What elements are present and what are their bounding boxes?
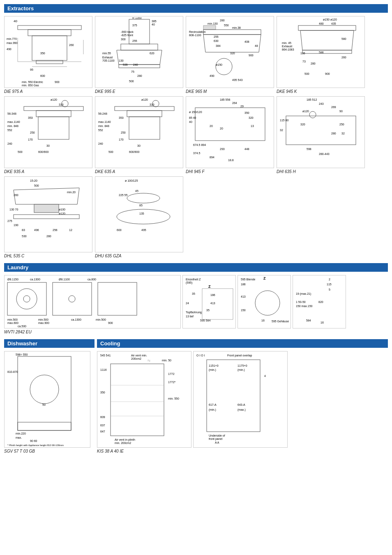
svg-text:Einzelheit Z: Einzelheit Z — [186, 278, 201, 281]
diagram-dhl535c: 15-20 500 260 min.20 130 70 ø100 ø120 27… — [4, 176, 92, 258]
svg-rect-64 — [298, 25, 356, 30]
svg-text:500: 500 — [34, 184, 39, 187]
svg-text:max.990: max.990 — [7, 42, 18, 44]
svg-rect-99 — [129, 117, 160, 139]
svg-text:448: 448 — [244, 148, 249, 150]
svg-text:max.600: max.600 — [7, 321, 18, 324]
svg-marker-21 — [117, 50, 162, 65]
svg-rect-176 — [7, 282, 46, 315]
svg-text:Plinth height with Appliance h: Plinth height with Appliance height 870 … — [7, 446, 63, 447]
svg-text:Z: Z — [263, 276, 266, 280]
svg-text:ø120: ø120 — [51, 98, 57, 101]
svg-marker-50 — [203, 35, 261, 52]
svg-rect-2 — [28, 30, 71, 36]
svg-text:580: 580 — [341, 37, 346, 40]
svg-text:320: 320 — [249, 116, 254, 119]
diagram-laundry-install: Einzelheit Z (595) 35 24 Topfbohrung 13 … — [182, 275, 236, 328]
page: Extractors 40 min.770 max.9 — [0, 0, 392, 458]
dhi635h-label: DHI 635 H — [277, 169, 296, 174]
svg-marker-65 — [300, 30, 354, 50]
dke965m-label: DKE 965 M — [186, 89, 207, 94]
svg-text:552: 552 — [98, 129, 103, 132]
svg-text:Ø8.1100: Ø8.1100 — [59, 278, 70, 281]
svg-text:(595): (595) — [186, 281, 192, 284]
svg-text:ø100: ø100 — [59, 208, 65, 211]
svg-text:1116: 1116 — [100, 368, 107, 371]
svg-rect-4 — [36, 60, 63, 64]
svg-text:820: 820 — [318, 301, 323, 303]
svg-text:280-443: 280-443 — [319, 153, 330, 155]
svg-text:598=  550: 598= 550 — [16, 353, 28, 356]
svg-text:490: 490 — [210, 74, 214, 77]
svg-text:Topfbohrung: Topfbohrung — [186, 311, 202, 314]
extractors-header: Extractors — [4, 4, 388, 13]
svg-text:310: 310 — [150, 103, 154, 106]
svg-text:5: 5 — [329, 288, 330, 291]
svg-text:O I  O I: O I O I — [196, 354, 205, 357]
svg-text:min. 650 Gas: min. 650 Gas — [22, 84, 39, 87]
svg-rect-150 — [34, 204, 59, 213]
svg-text:240: 240 — [133, 63, 138, 66]
svg-text:264: 264 — [232, 102, 237, 104]
cooling-col: Cooling 545 541 Air vent min. 200cm2 ↑↓ … — [97, 339, 388, 453]
svg-text:1 50-50: 1 50-50 — [296, 301, 306, 303]
svg-text:Exhaust: Exhaust — [102, 56, 113, 59]
svg-text:48: 48 — [255, 44, 258, 47]
svg-text:130: 130 — [119, 59, 124, 62]
svg-rect-115 — [195, 108, 265, 141]
svg-text:545 541: 545 541 — [100, 354, 111, 357]
svg-rect-43 — [203, 25, 216, 30]
svg-text:225 55: 225 55 — [119, 194, 128, 197]
kis38a40ie-label: KIS 38 A 40 IE — [97, 449, 124, 453]
svg-text:85: 85 — [139, 204, 143, 207]
svg-text:Recirculation: Recirculation — [189, 30, 206, 33]
diagram-laundry-z-circle: 595 Blende 186 413 150 16 595 Gehäuse Z — [238, 275, 291, 328]
dke635a-label: DKE 635 A — [95, 169, 115, 174]
svg-text:Ø8.1150: Ø8.1150 — [7, 278, 18, 281]
svg-text:56-248: 56-248 — [98, 112, 107, 115]
wvti2842eu-svg: Ø8.1150 ca.1300 Ø8.1100 ca.800 — [5, 276, 180, 328]
svg-text:R 1350: R 1350 — [132, 17, 142, 19]
diagram-kis38a40ie-detail: O I O I Front panel overlap 1151+0 (min.… — [193, 351, 288, 453]
svg-text:293: 293 — [220, 148, 225, 150]
svg-text:130   70: 130 70 — [9, 208, 18, 211]
svg-text:894: 894 — [210, 156, 214, 159]
die975a-svg: 40 min.770 max.990 490 260 350 95 — [5, 17, 92, 87]
svg-text:550: 550 — [224, 24, 229, 27]
svg-text:150: 150 — [241, 309, 246, 312]
svg-text:40: 40 — [189, 120, 192, 123]
svg-text:85  40: 85 40 — [189, 116, 196, 119]
extractors-section: Extractors 40 min.770 max.9 — [4, 4, 388, 258]
svg-text:75: 75 — [131, 70, 134, 73]
svg-text:min. 50: min. 50 — [162, 359, 171, 362]
svg-text:Air vent min.: Air vent min. — [131, 354, 147, 357]
svg-text:637: 637 — [100, 424, 105, 427]
svg-text:310: 310 — [59, 103, 64, 106]
svg-text:240: 240 — [7, 142, 12, 145]
svg-text:4: 4 — [264, 375, 266, 377]
diagram-dke995e: R 1350 385 40 375 -900 back -825 front 3… — [95, 16, 183, 94]
svg-text:ø120: ø120 — [302, 110, 309, 113]
svg-text:535: 535 — [123, 63, 128, 66]
svg-text:front panel: front panel — [209, 437, 223, 441]
svg-point-223 — [30, 375, 59, 404]
wvti2842eu-label: WVTI 2842 EU — [4, 330, 32, 334]
svg-text:Air vent in plinth: Air vent in plinth — [115, 438, 135, 442]
svg-text:250: 250 — [339, 123, 344, 126]
svg-text:40: 40 — [14, 19, 17, 23]
diagram-dke635a: ø120 310 56-248 353 max.1140 min. 848 55… — [95, 96, 183, 174]
dke995e-svg: R 1350 385 40 375 -900 back -825 front 3… — [96, 17, 182, 87]
svg-text:320: 320 — [230, 52, 235, 55]
extractors-row1: 40 min.770 max.990 490 260 350 95 — [4, 16, 388, 94]
svg-text:280: 280 — [331, 132, 336, 135]
svg-text:A        A: A A — [215, 441, 219, 444]
svg-point-134 — [309, 111, 316, 118]
diagram-sgv57t03gb: 598= 550 810-870 50 min.220 max. 90 60 *… — [4, 351, 95, 453]
svg-text:ca.1300: ca.1300 — [30, 278, 40, 281]
svg-text:Underside of: Underside of — [209, 434, 225, 437]
diagram-dke965m: 280 min.130 550 min.38 Recirculation 808… — [186, 16, 274, 94]
svg-point-167 — [117, 209, 170, 224]
svg-text:Exhaust: Exhaust — [282, 45, 292, 48]
dishwasher-col: Dishwasher 598= 550 810-870 50 — [4, 339, 95, 453]
laundry-z-circle-svg: 595 Blende 186 413 150 16 595 Gehäuse Z — [239, 276, 290, 328]
